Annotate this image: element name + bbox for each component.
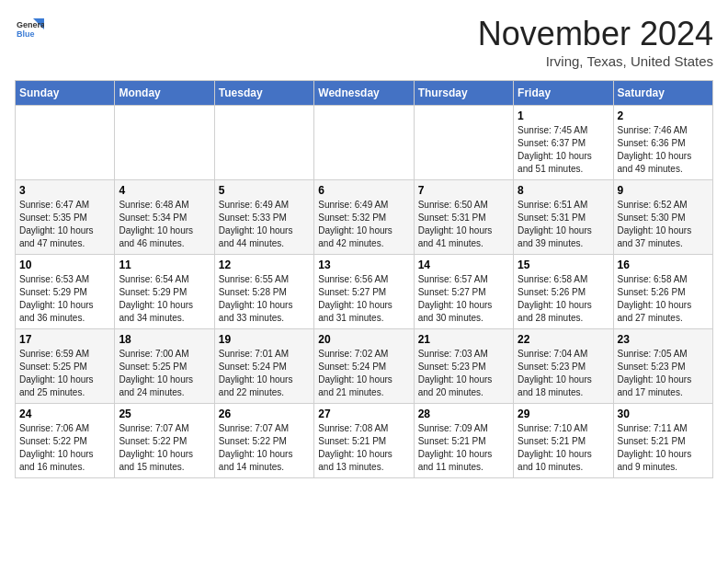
day-number: 16 [618, 259, 709, 271]
day-number: 3 [19, 184, 110, 197]
day-info: Sunrise: 6:53 AM Sunset: 5:29 PM Dayligh… [19, 273, 110, 325]
week-row-5: 24Sunrise: 7:06 AM Sunset: 5:22 PM Dayli… [16, 404, 713, 478]
header-day-friday: Friday [514, 81, 613, 106]
day-cell: 28Sunrise: 7:09 AM Sunset: 5:21 PM Dayli… [414, 404, 513, 478]
day-number: 7 [418, 184, 509, 197]
day-info: Sunrise: 6:48 AM Sunset: 5:34 PM Dayligh… [119, 199, 210, 250]
header-day-sunday: Sunday [16, 81, 115, 106]
day-cell [414, 106, 513, 180]
day-cell: 24Sunrise: 7:06 AM Sunset: 5:22 PM Dayli… [16, 404, 115, 478]
day-cell: 23Sunrise: 7:05 AM Sunset: 5:23 PM Dayli… [613, 329, 712, 404]
day-info: Sunrise: 7:10 AM Sunset: 5:21 PM Dayligh… [518, 422, 609, 474]
calendar-table: SundayMondayTuesdayWednesdayThursdayFrid… [15, 80, 713, 478]
day-cell: 26Sunrise: 7:07 AM Sunset: 5:22 PM Dayli… [214, 404, 313, 478]
day-number: 27 [318, 408, 409, 420]
logo-icon: General Blue [15, 15, 44, 44]
day-number: 22 [518, 333, 609, 346]
logo: General Blue [15, 15, 44, 44]
day-number: 11 [119, 259, 210, 271]
day-info: Sunrise: 7:03 AM Sunset: 5:23 PM Dayligh… [418, 348, 509, 399]
month-year-title: November 2024 [478, 15, 713, 53]
day-cell: 14Sunrise: 6:57 AM Sunset: 5:27 PM Dayli… [414, 255, 513, 329]
day-cell: 10Sunrise: 6:53 AM Sunset: 5:29 PM Dayli… [16, 255, 115, 329]
svg-text:Blue: Blue [17, 29, 35, 39]
day-info: Sunrise: 7:07 AM Sunset: 5:22 PM Dayligh… [219, 422, 310, 474]
day-number: 9 [618, 184, 709, 197]
day-info: Sunrise: 6:58 AM Sunset: 5:26 PM Dayligh… [518, 273, 609, 325]
week-row-1: 1Sunrise: 7:45 AM Sunset: 6:37 PM Daylig… [16, 106, 713, 180]
day-number: 30 [618, 408, 709, 420]
calendar-header: SundayMondayTuesdayWednesdayThursdayFrid… [16, 81, 713, 106]
day-cell: 17Sunrise: 6:59 AM Sunset: 5:25 PM Dayli… [16, 329, 115, 404]
header-day-thursday: Thursday [414, 81, 513, 106]
day-cell [115, 106, 214, 180]
header-day-tuesday: Tuesday [214, 81, 313, 106]
location-subtitle: Irving, Texas, United States [478, 53, 713, 69]
day-info: Sunrise: 6:56 AM Sunset: 5:27 PM Dayligh… [318, 273, 409, 325]
day-info: Sunrise: 6:59 AM Sunset: 5:25 PM Dayligh… [19, 348, 110, 399]
header-day-monday: Monday [115, 81, 214, 106]
calendar-body: 1Sunrise: 7:45 AM Sunset: 6:37 PM Daylig… [16, 106, 713, 478]
header-row: SundayMondayTuesdayWednesdayThursdayFrid… [16, 81, 713, 106]
day-cell [314, 106, 414, 180]
day-cell: 25Sunrise: 7:07 AM Sunset: 5:22 PM Dayli… [115, 404, 214, 478]
day-number: 5 [219, 184, 310, 197]
day-cell: 5Sunrise: 6:49 AM Sunset: 5:33 PM Daylig… [214, 180, 313, 255]
day-cell: 29Sunrise: 7:10 AM Sunset: 5:21 PM Dayli… [514, 404, 613, 478]
page-header: General Blue November 2024 Irving, Texas… [15, 15, 713, 69]
day-info: Sunrise: 7:45 AM Sunset: 6:37 PM Dayligh… [518, 124, 609, 176]
day-number: 2 [618, 109, 709, 122]
day-info: Sunrise: 6:49 AM Sunset: 5:33 PM Dayligh… [219, 199, 310, 250]
day-info: Sunrise: 6:55 AM Sunset: 5:28 PM Dayligh… [219, 273, 310, 325]
day-number: 23 [618, 333, 709, 346]
day-number: 29 [518, 408, 609, 420]
day-number: 4 [119, 184, 210, 197]
week-row-4: 17Sunrise: 6:59 AM Sunset: 5:25 PM Dayli… [16, 329, 713, 404]
day-number: 13 [318, 259, 409, 271]
header-day-wednesday: Wednesday [314, 81, 414, 106]
day-number: 8 [518, 184, 609, 197]
day-cell: 11Sunrise: 6:54 AM Sunset: 5:29 PM Dayli… [115, 255, 214, 329]
day-number: 20 [318, 333, 409, 346]
day-number: 17 [19, 333, 110, 346]
day-info: Sunrise: 6:57 AM Sunset: 5:27 PM Dayligh… [418, 273, 509, 325]
day-info: Sunrise: 7:46 AM Sunset: 6:36 PM Dayligh… [618, 124, 709, 176]
day-cell: 12Sunrise: 6:55 AM Sunset: 5:28 PM Dayli… [214, 255, 313, 329]
day-info: Sunrise: 7:07 AM Sunset: 5:22 PM Dayligh… [119, 422, 210, 474]
day-number: 18 [119, 333, 210, 346]
day-info: Sunrise: 7:09 AM Sunset: 5:21 PM Dayligh… [418, 422, 509, 474]
day-info: Sunrise: 7:00 AM Sunset: 5:25 PM Dayligh… [119, 348, 210, 399]
day-cell: 27Sunrise: 7:08 AM Sunset: 5:21 PM Dayli… [314, 404, 414, 478]
week-row-3: 10Sunrise: 6:53 AM Sunset: 5:29 PM Dayli… [16, 255, 713, 329]
day-cell: 16Sunrise: 6:58 AM Sunset: 5:26 PM Dayli… [613, 255, 712, 329]
day-cell: 6Sunrise: 6:49 AM Sunset: 5:32 PM Daylig… [314, 180, 414, 255]
day-number: 1 [518, 109, 609, 122]
day-cell: 13Sunrise: 6:56 AM Sunset: 5:27 PM Dayli… [314, 255, 414, 329]
day-number: 19 [219, 333, 310, 346]
day-info: Sunrise: 6:47 AM Sunset: 5:35 PM Dayligh… [19, 199, 110, 250]
day-cell: 4Sunrise: 6:48 AM Sunset: 5:34 PM Daylig… [115, 180, 214, 255]
day-cell: 18Sunrise: 7:00 AM Sunset: 5:25 PM Dayli… [115, 329, 214, 404]
day-cell: 8Sunrise: 6:51 AM Sunset: 5:31 PM Daylig… [514, 180, 613, 255]
day-cell: 1Sunrise: 7:45 AM Sunset: 6:37 PM Daylig… [514, 106, 613, 180]
week-row-2: 3Sunrise: 6:47 AM Sunset: 5:35 PM Daylig… [16, 180, 713, 255]
day-number: 15 [518, 259, 609, 271]
day-cell: 30Sunrise: 7:11 AM Sunset: 5:21 PM Dayli… [613, 404, 712, 478]
day-number: 10 [19, 259, 110, 271]
day-cell [16, 106, 115, 180]
day-info: Sunrise: 6:52 AM Sunset: 5:30 PM Dayligh… [618, 199, 709, 250]
day-cell: 21Sunrise: 7:03 AM Sunset: 5:23 PM Dayli… [414, 329, 513, 404]
day-number: 25 [119, 408, 210, 420]
day-cell: 3Sunrise: 6:47 AM Sunset: 5:35 PM Daylig… [16, 180, 115, 255]
day-info: Sunrise: 7:01 AM Sunset: 5:24 PM Dayligh… [219, 348, 310, 399]
day-info: Sunrise: 7:11 AM Sunset: 5:21 PM Dayligh… [618, 422, 709, 474]
day-info: Sunrise: 7:06 AM Sunset: 5:22 PM Dayligh… [19, 422, 110, 474]
day-number: 6 [318, 184, 409, 197]
day-info: Sunrise: 7:04 AM Sunset: 5:23 PM Dayligh… [518, 348, 609, 399]
day-info: Sunrise: 6:58 AM Sunset: 5:26 PM Dayligh… [618, 273, 709, 325]
day-number: 24 [19, 408, 110, 420]
day-info: Sunrise: 6:49 AM Sunset: 5:32 PM Dayligh… [318, 199, 409, 250]
day-number: 26 [219, 408, 310, 420]
day-info: Sunrise: 7:05 AM Sunset: 5:23 PM Dayligh… [618, 348, 709, 399]
title-section: November 2024 Irving, Texas, United Stat… [478, 15, 713, 69]
